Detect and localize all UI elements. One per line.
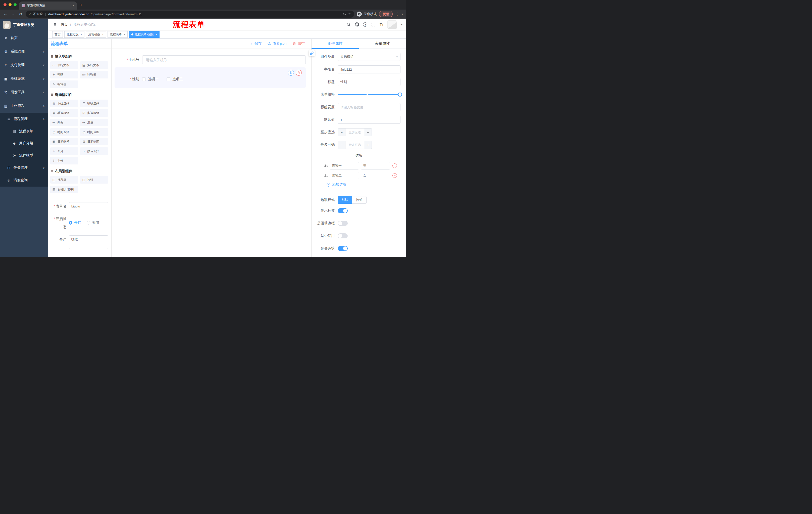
browser-menu-icon[interactable]: ⋮ <box>395 12 399 16</box>
decrease-button[interactable]: − <box>338 129 345 136</box>
option-2-value-input[interactable] <box>361 172 390 179</box>
option-2-name-input[interactable] <box>330 172 359 179</box>
palette-item-radio-group[interactable]: ◉单选框组 <box>50 109 78 117</box>
address-bar[interactable]: ⚠ 不安全 | dashboard.yudao.iocoder.cn/bpm/m… <box>26 10 354 18</box>
search-icon[interactable] <box>346 22 351 27</box>
hamburger-icon[interactable] <box>48 19 61 30</box>
option-drag-icon[interactable] <box>324 174 328 178</box>
window-minimize-button[interactable] <box>8 3 11 6</box>
tab-form-properties[interactable]: 表单属性 <box>359 39 406 49</box>
style-default-button[interactable]: 默认 <box>338 196 352 204</box>
tab-component-properties[interactable]: 组件属性 <box>312 39 359 49</box>
increase-button[interactable]: + <box>364 129 372 136</box>
user-avatar[interactable] <box>387 20 397 29</box>
sidebar-item-task-management[interactable]: ⊟ 任务管理 ∨ <box>0 161 48 174</box>
border-switch[interactable] <box>338 221 348 226</box>
reload-button[interactable]: ↻ <box>18 12 23 17</box>
palette-item-textarea[interactable]: ▤多行文本 <box>80 61 108 69</box>
security-warning-icon[interactable]: ⚠ <box>29 12 32 16</box>
gender-option-1-checkbox[interactable]: 选项一 <box>142 77 158 81</box>
close-icon[interactable]: × <box>80 33 82 36</box>
tag-home[interactable]: 首页 <box>52 31 63 38</box>
avatar-caret-icon[interactable]: ▾ <box>401 23 403 26</box>
palette-item-counter[interactable]: 123计数器 <box>80 71 108 78</box>
drawing-board[interactable]: *手机号 *性别 选项一 选项二 <box>112 49 311 257</box>
palette-item-slider[interactable]: ⊶滑块 <box>80 119 108 126</box>
window-zoom-button[interactable] <box>13 3 17 6</box>
palette-item-color-picker[interactable]: ◑颜色选择 <box>80 147 108 155</box>
sidebar-item-infrastructure[interactable]: ▣ 基础设施 ∨ <box>0 72 48 85</box>
show-label-switch[interactable] <box>338 208 348 213</box>
status-on-radio[interactable]: 开启 <box>69 220 81 225</box>
phone-input[interactable] <box>142 55 306 64</box>
sidebar-item-system-management[interactable]: ⚙ 系统管理 ∨ <box>0 45 48 58</box>
option-1-value-input[interactable] <box>361 162 390 169</box>
sidebar-item-process-management[interactable]: ≣ 流程管理 ∧ <box>0 113 48 125</box>
sidebar-item-leave-query[interactable]: ☺ 请假查询 <box>0 174 48 187</box>
palette-item-date-picker[interactable]: ▣日期选择 <box>50 138 78 145</box>
tab-close-icon[interactable]: × <box>72 3 75 7</box>
style-button-button[interactable]: 按钮 <box>352 196 367 204</box>
save-button[interactable]: ✓保存 <box>250 42 262 46</box>
clear-button[interactable]: 清空 <box>292 42 305 46</box>
palette-item-password[interactable]: ✱密码 <box>50 71 78 78</box>
window-close-button[interactable] <box>3 3 6 6</box>
delete-component-button[interactable] <box>296 70 302 76</box>
palette-item-cascader[interactable]: ≣级联选择 <box>80 100 108 107</box>
sidebar-item-user-group[interactable]: ☻ 用户分组 <box>0 137 48 150</box>
palette-item-upload[interactable]: ⇪上传 <box>50 157 78 164</box>
sidebar-item-process-model[interactable]: ➤ 流程模型 <box>0 150 48 161</box>
close-icon[interactable]: × <box>155 33 157 36</box>
back-button[interactable]: ← <box>3 12 8 16</box>
font-size-icon[interactable]: TT <box>380 22 383 27</box>
palette-item-row-container[interactable]: ◫行容器 <box>50 176 78 184</box>
sidebar-item-process-form[interactable]: ▤ 流程表单 <box>0 125 48 137</box>
forward-button[interactable]: → <box>10 12 16 16</box>
status-off-radio[interactable]: 关闭 <box>87 220 99 225</box>
form-field-phone[interactable]: *手机号 <box>115 55 306 64</box>
view-json-button[interactable]: 查看json <box>267 42 286 46</box>
sidebar-item-dev-tools[interactable]: ⚒ 研发工具 ∨ <box>0 85 48 99</box>
palette-item-select[interactable]: ◎下拉选择 <box>50 100 78 107</box>
sidebar-item-home[interactable]: ❖ 首页 <box>0 31 48 45</box>
palette-item-table[interactable]: ▦表格[开发中] <box>50 186 78 193</box>
copy-component-button[interactable] <box>288 70 294 76</box>
remove-option-button[interactable]: − <box>393 163 397 168</box>
palette-item-checkbox-group[interactable]: ☑多选框组 <box>80 109 108 117</box>
close-icon[interactable]: × <box>102 33 104 36</box>
close-icon[interactable]: × <box>124 33 125 36</box>
bookmark-star-icon[interactable]: ☆ <box>348 12 351 16</box>
palette-item-time-picker[interactable]: ◷时间选择 <box>50 128 78 136</box>
new-tab-button[interactable]: + <box>80 2 83 8</box>
palette-item-editor[interactable]: ✎编辑器 <box>50 80 78 88</box>
slider-handle[interactable] <box>398 92 402 97</box>
gender-option-2-checkbox[interactable]: 选项二 <box>167 77 183 81</box>
component-type-select[interactable]: 多选框组▾ <box>338 53 401 61</box>
option-1-name-input[interactable] <box>330 162 359 169</box>
tag-process-model[interactable]: 流程模型 × <box>86 31 106 38</box>
default-value-input[interactable] <box>338 116 401 124</box>
palette-item-rate[interactable]: ☆评分 <box>50 147 78 155</box>
option-drag-icon[interactable] <box>324 164 328 168</box>
link-icon[interactable] <box>309 50 315 56</box>
field-name-input[interactable] <box>338 65 401 74</box>
increase-button[interactable]: + <box>364 141 372 148</box>
browser-tab[interactable]: 芋道管理系统 × <box>19 1 77 9</box>
tag-process-form-edit[interactable]: 流程表单-编辑 × <box>129 31 160 38</box>
label-width-input[interactable] <box>338 103 401 111</box>
decrease-button[interactable]: − <box>338 141 345 148</box>
palette-item-time-range[interactable]: ◶时间范围 <box>80 128 108 136</box>
palette-item-button[interactable]: ▢按钮 <box>80 176 108 184</box>
disabled-switch[interactable] <box>338 233 348 238</box>
palette-item-switch[interactable]: ⊷开关 <box>50 119 78 126</box>
form-remark-textarea[interactable]: 嘿嘿 <box>69 235 108 249</box>
help-icon[interactable]: ? <box>363 22 367 27</box>
sidebar-logo[interactable]: 芋道管理系统 <box>0 19 48 31</box>
sidebar-item-payment-management[interactable]: ¥ 支付管理 ∨ <box>0 58 48 72</box>
form-name-input[interactable] <box>69 202 108 210</box>
min-select-input[interactable] <box>345 129 364 136</box>
remove-option-button[interactable]: − <box>393 173 397 178</box>
password-key-icon[interactable] <box>343 12 346 16</box>
grid-slider[interactable] <box>338 90 401 99</box>
sidebar-item-workflow[interactable]: ▥ 工作流程 ∧ <box>0 99 48 113</box>
